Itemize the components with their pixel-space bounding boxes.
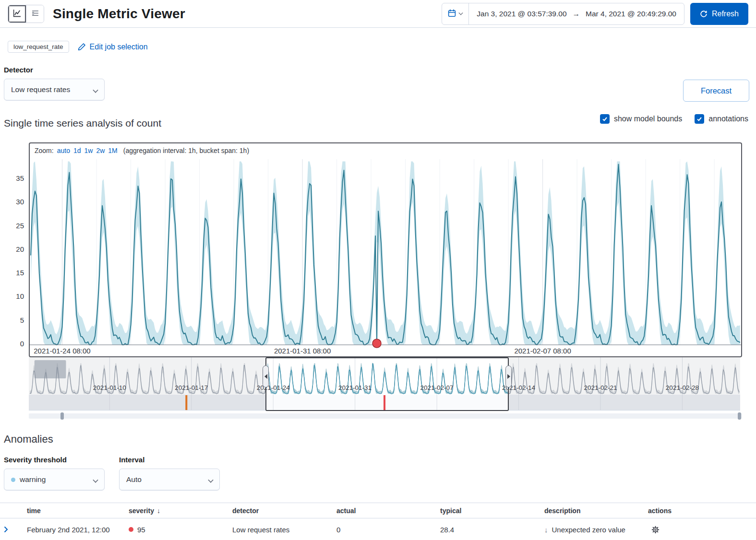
zoom-1w-link[interactable]: 1w — [84, 147, 93, 154]
chevron-down-icon — [458, 11, 463, 15]
detector-label: Detector — [4, 66, 33, 74]
job-selection-row: low_request_rate Edit job selection — [8, 41, 148, 53]
anomaly-marker — [372, 339, 381, 348]
chevron-down-icon — [93, 477, 98, 482]
focus-chart-panel[interactable]: Zoom:auto1d1w2w1M(aggregation interval: … — [29, 142, 742, 357]
column-header-detector[interactable]: detector — [228, 507, 333, 515]
zoom-1M-link[interactable]: 1M — [108, 147, 117, 154]
column-header-actions: actions — [644, 507, 756, 515]
date-range-values: Jan 3, 2021 @ 03:57:39.00 → Mar 4, 2021 … — [469, 3, 684, 24]
triangle-right-icon — [507, 374, 510, 379]
single-metric-chart-view-button[interactable] — [8, 5, 26, 23]
anomaly-detector-cell: Low request rates — [228, 526, 333, 534]
edit-job-selection-link[interactable]: Edit job selection — [78, 43, 148, 51]
zoom-2w-link[interactable]: 2w — [96, 147, 105, 154]
svg-text:2021-01-31: 2021-01-31 — [338, 384, 372, 391]
warning-severity-dot — [11, 478, 15, 482]
anomaly-actual-cell: 0 — [333, 526, 436, 534]
metric-line — [31, 164, 740, 345]
view-toggle-group — [8, 5, 44, 23]
table-icon — [31, 9, 39, 19]
checkbox-checked-icon — [695, 114, 704, 124]
zoom-auto-link[interactable]: auto — [57, 147, 70, 154]
forecast-button[interactable]: Forecast — [683, 80, 749, 102]
start-date-button[interactable]: Jan 3, 2021 @ 03:57:39.00 — [477, 10, 566, 18]
y-axis-tick-label: 30 — [7, 198, 24, 206]
end-date-button[interactable]: Mar 4, 2021 @ 20:49:29.00 — [586, 10, 676, 18]
chart-line-icon — [13, 9, 21, 19]
app-header: Single Metric Viewer Jan 3, 2021 @ 03:57… — [0, 0, 756, 28]
anomaly-severity-cell: 95 — [125, 526, 228, 534]
critical-severity-dot — [129, 527, 133, 532]
svg-text:2021-02-07: 2021-02-07 — [420, 384, 454, 391]
column-header-severity[interactable]: severity↓ — [125, 507, 228, 515]
y-axis-tick-label: 35 — [7, 174, 24, 182]
interval-select[interactable]: Auto — [119, 469, 220, 491]
arrow-right-icon: → — [573, 10, 580, 18]
triangle-left-icon — [264, 374, 267, 379]
scrollbar-handle-right[interactable] — [738, 412, 741, 420]
anomalies-table: time severity↓ detector actual typical d… — [0, 503, 756, 540]
anomaly-description-cell: ↓Unexpected zero value — [540, 526, 644, 534]
column-header-actual[interactable]: actual — [333, 507, 436, 515]
pencil-icon — [78, 43, 86, 51]
context-scrollbar[interactable] — [29, 413, 742, 419]
row-actions-button[interactable] — [647, 525, 756, 534]
y-axis-tick-label: 0 — [7, 340, 24, 348]
checkbox-checked-icon — [600, 114, 610, 124]
focus-chart[interactable]: 2021-01-24 08:002021-01-31 08:002021-02-… — [30, 143, 741, 356]
page-title: Single Metric Viewer — [53, 6, 185, 22]
column-header-typical[interactable]: typical — [436, 507, 540, 515]
job-id-badge: low_request_rate — [8, 41, 69, 53]
anomaly-tick — [384, 395, 385, 410]
calendar-icon — [448, 9, 456, 19]
column-header-description[interactable]: description — [540, 507, 644, 515]
row-expand-button[interactable] — [0, 526, 23, 533]
y-axis-tick-label: 10 — [7, 292, 24, 300]
series-analysis-title: Single time series analysis of count — [4, 117, 161, 129]
show-model-bounds-checkbox[interactable]: show model bounds — [600, 114, 682, 124]
y-axis-tick-label: 15 — [7, 269, 24, 277]
scrollbar-handle-left[interactable] — [60, 412, 64, 420]
anomalies-table-view-button[interactable] — [26, 5, 44, 23]
zoom-controls: Zoom:auto1d1w2w1M(aggregation interval: … — [35, 147, 249, 154]
severity-threshold-select[interactable]: warning — [4, 469, 105, 491]
refresh-icon — [700, 10, 708, 18]
svg-text:2021-02-07 08:00: 2021-02-07 08:00 — [514, 347, 571, 355]
context-chart-panel[interactable]: 2021-01-102021-01-172021-01-242021-01-31… — [29, 357, 742, 411]
brush-handle-left[interactable] — [263, 365, 269, 387]
y-axis-tick-label: 25 — [7, 222, 24, 230]
sort-descending-icon: ↓ — [157, 507, 160, 515]
brush-handle-right[interactable] — [505, 365, 512, 387]
svg-text:2021-01-24 08:00: 2021-01-24 08:00 — [34, 347, 90, 355]
svg-text:2021-01-31 08:00: 2021-01-31 08:00 — [274, 347, 331, 355]
quick-select-menu-button[interactable] — [442, 3, 469, 24]
anomalies-title: Anomalies — [4, 433, 53, 446]
y-axis-tick-label: 20 — [7, 245, 24, 253]
detector-select[interactable]: Low request rates — [4, 79, 105, 101]
annotations-checkbox[interactable]: annotations — [695, 114, 748, 124]
anomaly-time-cell: February 2nd 2021, 12:00 — [23, 526, 125, 534]
aggregation-note: (aggregation interval: 1h, bucket span: … — [123, 147, 249, 154]
zoom-1d-link[interactable]: 1d — [73, 147, 81, 154]
refresh-button[interactable]: Refresh — [690, 3, 748, 25]
chart-options: show model bounds annotations — [600, 114, 748, 124]
arrow-down-icon: ↓ — [544, 526, 548, 534]
anomaly-typical-cell: 28.4 — [436, 526, 540, 534]
column-header-time[interactable]: time — [23, 507, 125, 515]
y-axis-tick-label: 5 — [7, 316, 24, 324]
interval-label: Interval — [119, 456, 144, 464]
anomaly-table-row: February 2nd 2021, 12:00 95 Low request … — [0, 518, 756, 540]
gear-icon — [651, 525, 660, 534]
severity-threshold-label: Severity threshold — [4, 456, 67, 464]
zoom-label: Zoom: — [35, 147, 54, 154]
date-range-picker: Jan 3, 2021 @ 03:57:39.00 → Mar 4, 2021 … — [442, 3, 684, 25]
context-chart[interactable]: 2021-01-102021-01-172021-01-242021-01-31… — [29, 357, 740, 411]
chevron-right-icon — [4, 526, 8, 533]
anomalies-table-header: time severity↓ detector actual typical d… — [0, 503, 756, 518]
chevron-down-icon — [208, 477, 213, 482]
chevron-down-icon — [93, 87, 98, 93]
